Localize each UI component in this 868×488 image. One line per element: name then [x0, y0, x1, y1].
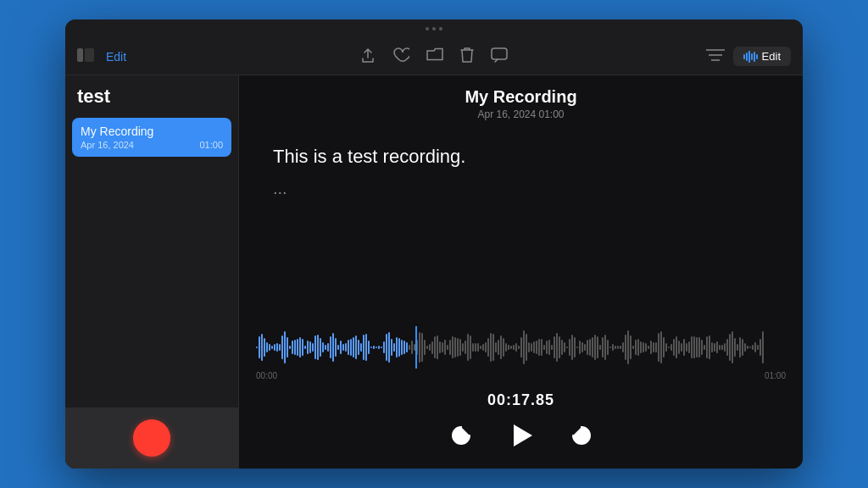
waveform-bar — [409, 345, 410, 349]
waveform-bars[interactable] — [256, 326, 764, 369]
skip-forward-button[interactable]: 15 — [566, 420, 597, 451]
waveform-container[interactable] — [256, 326, 786, 369]
waveform-bar — [574, 337, 576, 357]
time-display: 00:17.85 — [256, 391, 786, 409]
toolbar: Edit — [65, 38, 803, 75]
sidebar-toggle-icon[interactable] — [77, 48, 94, 65]
waveform-bar — [317, 335, 319, 360]
waveform-bar — [546, 341, 548, 353]
transcript-text: This is a test recording. — [273, 144, 769, 170]
recording-header: My Recording Apr 16, 2024 01:00 — [239, 75, 803, 127]
waveform-bar — [676, 336, 677, 358]
svg-rect-0 — [77, 48, 83, 62]
waveform-bar — [447, 345, 448, 349]
recording-list[interactable]: My Recording Apr 16, 2024 01:00 — [65, 114, 238, 408]
skip-back-button[interactable]: 15 — [446, 420, 476, 451]
waveform-bar — [437, 336, 438, 359]
recording-item-meta: Apr 16, 2024 01:00 — [81, 140, 223, 150]
waveform-bar — [645, 343, 647, 352]
waveform-bar — [681, 343, 682, 352]
waveform-bar — [337, 345, 339, 349]
waveform-bar — [673, 339, 675, 355]
waveform-bar — [287, 337, 288, 358]
play-button[interactable] — [502, 416, 541, 455]
waveform-bar — [518, 346, 520, 349]
waveform-bar — [480, 346, 481, 348]
record-button[interactable] — [133, 419, 170, 457]
waveform-bar — [421, 333, 423, 361]
waveform-bar — [724, 343, 726, 352]
waveform-bar — [274, 344, 275, 351]
waveform-bar — [314, 336, 316, 359]
waveform-bar — [513, 345, 515, 350]
waveform-bar — [378, 346, 380, 349]
waveform-bar — [490, 333, 492, 361]
detail-panel: My Recording Apr 16, 2024 01:00 This is … — [239, 75, 803, 469]
favorite-icon[interactable] — [392, 47, 409, 66]
waveform-bar — [406, 342, 408, 352]
waveform-bar — [607, 340, 609, 355]
waveform-bar — [294, 340, 296, 356]
waveform-bar — [325, 345, 326, 350]
svg-rect-2 — [492, 48, 507, 59]
filter-icon[interactable] — [706, 48, 725, 65]
folder-icon[interactable] — [426, 47, 443, 65]
waveform-bar — [373, 346, 375, 350]
waveform-bar — [467, 334, 469, 361]
waveform-bar — [643, 342, 644, 353]
sidebar-header: test — [65, 75, 238, 114]
waveform-bar — [365, 334, 367, 361]
waveform-bar — [597, 336, 598, 358]
waveform-bar — [353, 337, 354, 358]
waveform-bar — [526, 334, 527, 362]
waveform-bar — [330, 336, 331, 359]
waveform-section[interactable]: 00:00 01:00 — [239, 318, 803, 385]
waveform-bar — [670, 344, 672, 352]
waveform-bar — [312, 343, 314, 352]
waveform-bar — [665, 343, 667, 352]
waveform-bar — [393, 343, 395, 352]
waveform-bar — [660, 331, 662, 363]
waveform-bar — [256, 347, 258, 349]
waveform-bar — [520, 337, 522, 358]
waveform-bar — [292, 341, 293, 354]
waveform-bar — [632, 346, 634, 349]
waveform-bar — [650, 341, 652, 353]
waveform-bar — [609, 347, 611, 349]
waveform-bar — [297, 339, 298, 357]
waveform-bar — [622, 342, 624, 352]
skip-back-label: 15 — [456, 431, 465, 441]
waveform-bar — [439, 341, 441, 353]
waveform-bar — [729, 334, 731, 362]
waveform-bar — [523, 330, 525, 363]
svg-rect-1 — [85, 48, 94, 62]
edit-button[interactable]: Edit — [106, 50, 126, 64]
waveform-bar — [304, 346, 306, 349]
waveform-edit-button[interactable]: Edit — [733, 47, 791, 66]
drag-dot — [439, 27, 442, 30]
waveform-bar — [276, 343, 278, 352]
recording-item[interactable]: My Recording Apr 16, 2024 01:00 — [72, 118, 231, 157]
waveform-bar — [716, 341, 718, 353]
waveform-bar — [426, 346, 428, 349]
share-icon[interactable] — [360, 47, 376, 67]
waveform-bar — [604, 335, 606, 360]
waveform-bar — [299, 337, 301, 358]
waveform-bar — [429, 344, 431, 350]
waveform-bar — [498, 340, 499, 354]
waveform-bar — [737, 344, 738, 351]
waveform-bar — [688, 341, 690, 353]
waveform-bar — [663, 337, 665, 358]
waveform-bar — [749, 347, 751, 349]
waveform-bar — [391, 339, 392, 356]
message-icon[interactable] — [491, 47, 508, 66]
toolbar-right: Edit — [621, 47, 791, 66]
waveform-bar — [536, 341, 537, 355]
trash-icon[interactable] — [460, 47, 474, 67]
waveform-bar — [709, 336, 710, 359]
waveform-bar — [320, 338, 321, 356]
playhead — [415, 326, 417, 369]
waveform-bar — [587, 340, 588, 354]
waveform-bar — [762, 331, 764, 364]
recording-title: My Recording — [256, 87, 786, 107]
